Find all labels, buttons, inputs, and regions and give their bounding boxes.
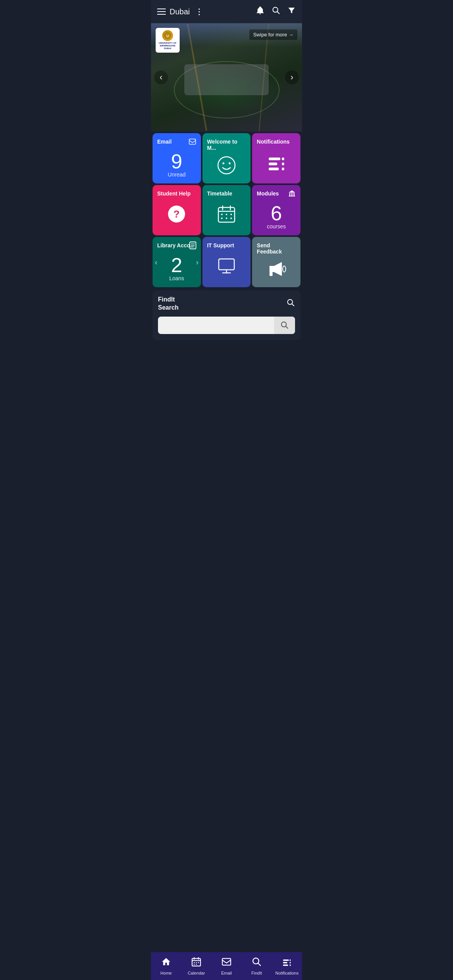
student-help-question-icon: ? [157, 198, 196, 230]
findit-header: FindItSearch [158, 296, 295, 312]
svg-rect-13 [282, 163, 284, 165]
notifications-list-icon [257, 146, 296, 178]
library-loans-count: 2 [171, 255, 182, 275]
welcome-smiley-icon [207, 152, 246, 178]
send-feedback-tile[interactable]: Send Feedback [252, 237, 300, 287]
tiles-grid: Email 9 Unread Welcome to M... Notificat… [151, 132, 302, 289]
university-logo: U UNIVERSITY OFBIRMINGHAMDUBAI [156, 28, 180, 53]
timetable-calendar-icon [207, 198, 246, 230]
svg-point-41 [283, 266, 286, 272]
notifications-tile[interactable]: Notifications [252, 133, 300, 183]
library-content: 2 Loans [157, 253, 196, 282]
library-next-button[interactable]: › [194, 256, 200, 268]
library-prev-button[interactable]: ‹ [153, 256, 159, 268]
svg-marker-39 [269, 266, 274, 272]
email-tile[interactable]: Email 9 Unread [153, 133, 201, 183]
svg-point-22 [226, 214, 227, 215]
findit-search-button[interactable] [274, 317, 295, 334]
search-icon[interactable] [272, 6, 280, 17]
header-left: Dubai ⋮ [157, 7, 251, 16]
modules-tile[interactable]: Modules 6 courses [252, 185, 300, 235]
welcome-tile[interactable]: Welcome to M... [202, 133, 251, 183]
svg-point-6 [218, 157, 235, 174]
findit-section: FindItSearch [153, 290, 300, 340]
header-title: Dubai [170, 7, 190, 16]
svg-rect-30 [293, 193, 295, 196]
it-support-tile-title: IT Support [207, 242, 246, 248]
hamburger-menu[interactable] [157, 9, 166, 15]
svg-marker-31 [289, 190, 295, 193]
email-inbox-icon [189, 138, 196, 147]
findit-input-wrap [158, 317, 295, 334]
logo-text: UNIVERSITY OFBIRMINGHAMDUBAI [159, 42, 177, 50]
email-unread-label: Unread [168, 171, 185, 178]
banner: U UNIVERSITY OFBIRMINGHAMDUBAI Swipe for… [151, 23, 302, 132]
modules-count: 6 [271, 203, 282, 223]
svg-line-43 [292, 304, 294, 306]
findit-header-search-icon [287, 298, 295, 309]
svg-rect-27 [289, 196, 295, 197]
library-tile[interactable]: Library Acco... ‹ 2 Loans › [153, 237, 201, 287]
svg-rect-14 [282, 168, 284, 170]
svg-rect-28 [289, 193, 290, 196]
svg-point-21 [221, 214, 223, 215]
svg-rect-11 [269, 168, 279, 170]
svg-rect-36 [219, 259, 234, 270]
svg-point-24 [221, 218, 223, 219]
svg-marker-2 [288, 8, 295, 14]
svg-point-26 [230, 218, 232, 219]
send-feedback-tile-title: Send Feedback [257, 242, 296, 255]
app-header: Dubai ⋮ [151, 0, 302, 23]
svg-point-25 [226, 218, 227, 219]
svg-rect-9 [269, 158, 280, 160]
filter-icon[interactable] [287, 6, 296, 17]
notifications-tile-title: Notifications [257, 139, 296, 145]
library-doc-icon [189, 242, 196, 251]
email-unread-count: 9 [171, 151, 182, 171]
bell-icon[interactable] [256, 6, 265, 17]
svg-point-23 [230, 214, 232, 215]
svg-rect-40 [269, 272, 273, 276]
student-help-tile-title: Student Help [157, 190, 196, 197]
svg-text:?: ? [173, 208, 180, 220]
svg-rect-5 [189, 139, 196, 144]
svg-rect-12 [282, 158, 284, 160]
svg-rect-10 [269, 163, 277, 165]
svg-point-8 [228, 163, 230, 164]
it-support-computer-icon [207, 250, 246, 282]
send-feedback-megaphone-icon [257, 256, 296, 282]
modules-subtitle: courses [267, 223, 286, 230]
more-icon[interactable]: ⋮ [194, 7, 203, 16]
svg-rect-29 [292, 193, 293, 196]
svg-line-45 [286, 326, 288, 328]
welcome-tile-title: Welcome to M... [207, 139, 246, 151]
timetable-tile[interactable]: Timetable [202, 185, 251, 235]
library-loans-label: Loans [169, 275, 184, 281]
svg-line-1 [277, 12, 279, 14]
findit-search-input[interactable] [158, 317, 274, 334]
banner-prev-button[interactable]: ‹ [154, 70, 168, 84]
svg-point-7 [222, 163, 224, 164]
header-icons [256, 6, 296, 17]
svg-text:U: U [166, 34, 169, 38]
swipe-hint: Swipe for more → [249, 29, 297, 40]
timetable-tile-title: Timetable [207, 190, 246, 197]
findit-title: FindItSearch [158, 296, 178, 312]
it-support-tile[interactable]: IT Support [202, 237, 251, 287]
student-help-tile[interactable]: Student Help ? [153, 185, 201, 235]
logo-crest: U [162, 30, 173, 41]
banner-next-button[interactable]: › [285, 70, 299, 84]
modules-institution-icon [288, 190, 296, 199]
